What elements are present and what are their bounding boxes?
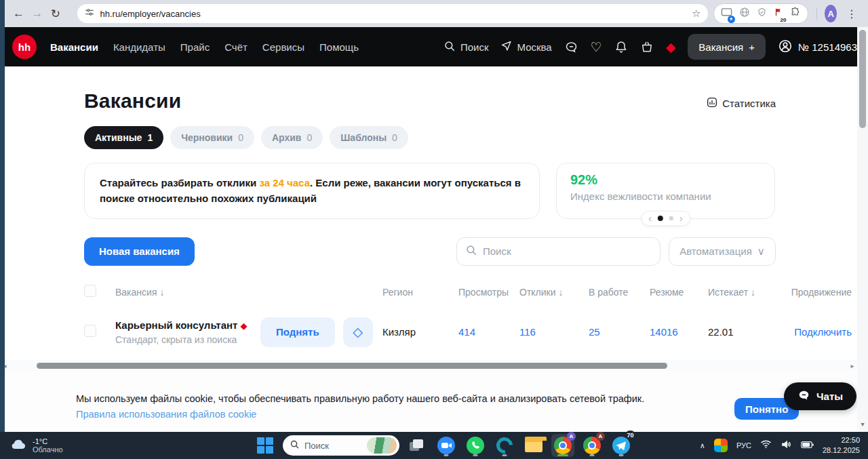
row-checkbox[interactable] [84, 325, 96, 337]
tab-active[interactable]: Активные 1 [84, 126, 163, 149]
chrome-active-button[interactable]: A [551, 434, 574, 457]
browser-back-button[interactable]: ← [12, 4, 25, 23]
vacancy-search-input[interactable] [483, 245, 646, 257]
tab-count: 0 [392, 132, 397, 143]
automation-dropdown[interactable]: Автоматизация ∨ [669, 237, 776, 266]
header-in-work[interactable]: В работе [579, 287, 640, 298]
hscroll-track[interactable] [9, 363, 848, 369]
site-settings-icon[interactable] [84, 7, 95, 20]
vscroll-thumb[interactable] [859, 30, 866, 128]
menu-item-account[interactable]: Счёт [224, 41, 248, 53]
telegram-app-button[interactable]: 70 [610, 434, 633, 457]
diamond-boost-button[interactable]: ◇ [343, 317, 373, 347]
header-views[interactable]: Просмотры [449, 287, 510, 298]
tab-templates[interactable]: Шаблоны 0 [330, 126, 408, 149]
views-cell[interactable]: 414 [449, 326, 510, 338]
flag-extension-icon[interactable]: 20 [774, 7, 783, 20]
colorful-app-tray-icon[interactable] [714, 439, 728, 452]
hscroll-thumb[interactable] [37, 363, 667, 369]
resume-cell[interactable]: 14016 [640, 326, 698, 338]
sort-down-icon: ↓ [751, 287, 755, 298]
vertical-scrollbar[interactable]: ▾ [857, 27, 868, 432]
spiral-app-button[interactable] [493, 434, 516, 457]
nav-location[interactable]: Москва [500, 40, 551, 54]
politeness-label: Индекс вежливости компании [570, 191, 761, 202]
running-indicator [619, 454, 624, 456]
table-header-row: Вакансия↓ Регион Просмотры Отклики↓ В ра… [84, 285, 852, 300]
responses-cell[interactable]: 116 [510, 326, 579, 338]
wifi-icon[interactable] [760, 439, 772, 452]
taskbar-search[interactable]: Поиск [283, 435, 399, 456]
chat-bubble-icon [797, 389, 810, 404]
premium-diamond-icon: ◆ [240, 321, 247, 331]
task-view-button[interactable] [406, 434, 429, 457]
tab-drafts[interactable]: Черновики 0 [170, 126, 254, 149]
in-work-cell[interactable]: 25 [579, 326, 640, 338]
header-expires[interactable]: Истекает↓ [698, 287, 774, 298]
header-region[interactable]: Регион [373, 287, 449, 298]
tab-archive[interactable]: Архив 0 [261, 126, 323, 149]
scroll-down-arrow[interactable]: ▾ [857, 420, 868, 428]
browser-reload-button[interactable]: ↻ [49, 4, 62, 23]
account-menu[interactable]: № 12514963 [778, 39, 857, 56]
header-responses[interactable]: Отклики↓ [510, 287, 579, 298]
browser-menu-button[interactable]: ⋮ [842, 7, 861, 20]
active-running-indicator [557, 454, 568, 456]
battery-icon[interactable] [801, 439, 814, 452]
screenshot-extension-icon[interactable]: ★ [721, 7, 732, 20]
menu-item-help[interactable]: Помощь [319, 41, 359, 53]
favorites-heart-icon[interactable]: ♡ [591, 39, 602, 55]
promotion-link[interactable]: Подключить [774, 326, 852, 338]
toolbar-separator [816, 7, 817, 20]
carousel-next-icon[interactable]: › [679, 214, 683, 223]
statistics-chart-icon [706, 96, 718, 111]
chrome-second-button[interactable]: A [580, 434, 604, 457]
tab-label: Активные [95, 132, 142, 143]
taskbar-clock[interactable]: 22:50 28.12.2025 [823, 435, 860, 456]
taskbar-weather-widget[interactable]: -1°C Облачно [0, 437, 136, 454]
carousel-dot-active[interactable] [658, 216, 663, 221]
basket-icon[interactable] [640, 40, 654, 54]
tray-chevron-icon[interactable]: ∧ [700, 441, 705, 450]
vacancy-title-link[interactable]: Карьерный консультант◆ [115, 319, 256, 331]
menu-item-price[interactable]: Прайс [180, 41, 210, 53]
chrome-profile-badge: A [596, 432, 605, 441]
premium-diamond-icon[interactable]: ◆ [666, 39, 676, 55]
address-bar[interactable]: hh.ru/employer/vacancies ☆ [77, 4, 708, 23]
tab-count: 1 [147, 132, 153, 143]
menu-item-vacancies[interactable]: Вакансии [50, 41, 98, 53]
new-vacancy-nav-button[interactable]: Вакансия + [688, 34, 766, 60]
chats-icon[interactable] [564, 40, 578, 54]
new-vacancy-button[interactable]: Новая вакансия [84, 237, 195, 266]
header-vacancy[interactable]: Вакансия↓ [113, 287, 373, 298]
file-explorer-button[interactable] [522, 434, 545, 457]
shield-extension-icon[interactable] [757, 7, 767, 20]
menu-item-candidates[interactable]: Кандидаты [113, 41, 165, 53]
browser-profile-avatar[interactable]: A [825, 5, 837, 22]
carousel-prev-icon[interactable]: ‹ [648, 214, 652, 223]
bookmark-star-icon[interactable]: ☆ [692, 7, 701, 20]
zoom-app-button[interactable] [435, 434, 458, 457]
puzzle-extension-icon[interactable] [790, 7, 801, 20]
browser-forward-button[interactable]: → [31, 4, 43, 23]
notifications-bell-icon[interactable] [614, 40, 628, 54]
scroll-right-arrow[interactable]: ▸ [848, 362, 857, 370]
globe-extension-icon[interactable] [739, 7, 750, 20]
menu-item-services[interactable]: Сервисы [262, 41, 304, 53]
cookie-policy-link[interactable]: Правила использования файлов cookie [76, 409, 256, 420]
desktop-edge [0, 0, 5, 432]
header-promotion[interactable]: Продвижение [774, 287, 852, 298]
raise-vacancy-button[interactable]: Поднять [260, 317, 335, 347]
start-button[interactable] [254, 434, 277, 457]
language-indicator[interactable]: РУС [736, 441, 751, 450]
url-text[interactable]: hh.ru/employer/vacancies [100, 9, 692, 19]
select-all-checkbox[interactable] [84, 285, 96, 297]
volume-icon[interactable] [781, 439, 792, 452]
statistics-link[interactable]: Статистика [706, 96, 776, 111]
nav-search[interactable]: Поиск [443, 40, 489, 54]
carousel-dot-inactive[interactable] [669, 216, 673, 220]
hh-logo[interactable]: hh [12, 35, 37, 59]
whatsapp-app-button[interactable] [464, 434, 487, 457]
chat-widget-button[interactable]: Чаты [784, 382, 856, 410]
header-resume[interactable]: Резюме [640, 287, 698, 298]
